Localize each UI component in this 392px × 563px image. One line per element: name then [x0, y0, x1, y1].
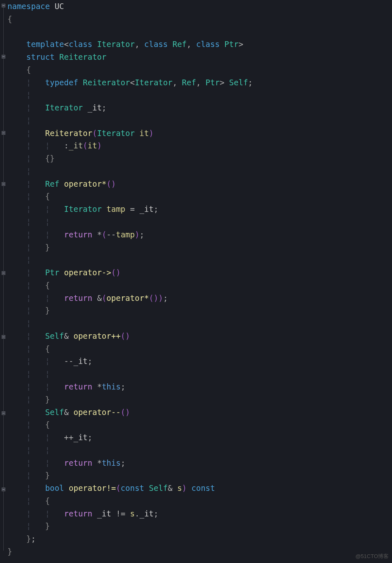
constructor-name: Reiterator: [45, 129, 92, 138]
type-iterator: Iterator: [64, 204, 102, 213]
fold-icon[interactable]: [2, 131, 5, 135]
member-it: _it: [139, 509, 153, 518]
paren-close: ): [116, 268, 120, 277]
type-iterator: Iterator: [135, 78, 173, 87]
brace-close: }: [45, 521, 50, 530]
brace-close: }: [45, 395, 50, 404]
var-s: s: [130, 509, 135, 518]
keyword-class: class: [69, 40, 92, 49]
comma: ,: [135, 40, 139, 49]
keyword-struct: struct: [26, 52, 55, 61]
var-it: _it: [73, 357, 87, 366]
var-it: _it: [73, 433, 87, 442]
code-editor: namespace UC { template<class Iterator, …: [0, 0, 392, 563]
operator-arrow: operator->: [64, 268, 111, 277]
comma: ,: [172, 78, 177, 87]
semicolon: ;: [154, 204, 158, 213]
dot: .: [135, 509, 139, 518]
ampersand: &: [97, 293, 101, 303]
brace-close: }: [45, 471, 50, 480]
type-self: Self: [229, 78, 248, 87]
fold-icon[interactable]: [2, 271, 5, 275]
paren-close: ): [149, 129, 153, 138]
paren-open: (: [102, 230, 106, 239]
semicolon: ;: [163, 293, 168, 303]
keyword-this: this: [102, 382, 121, 391]
code-content[interactable]: namespace UC { template<class Iterator, …: [7, 0, 392, 563]
keyword-typedef: typedef: [45, 78, 78, 87]
return-type-self: Self: [45, 408, 64, 417]
semicolon: ;: [102, 103, 106, 112]
fold-icon[interactable]: [2, 411, 5, 415]
return-type-ptr: Ptr: [45, 268, 59, 277]
return-type-ref: Ref: [45, 179, 59, 188]
paren-close: ): [154, 293, 158, 303]
fold-icon[interactable]: [2, 335, 5, 339]
type-reiterator: Reiterator: [83, 78, 130, 87]
star: *: [97, 458, 101, 467]
fold-icon[interactable]: [2, 182, 5, 186]
paren-open: (: [121, 408, 125, 417]
paren-close: ): [135, 230, 139, 239]
angle-close: >: [239, 40, 243, 49]
brace-open: {: [45, 192, 50, 201]
ampersand: &: [64, 408, 68, 417]
semicolon: ;: [121, 382, 125, 391]
semicolon: ;: [139, 230, 144, 239]
var-tamp: tamp: [116, 230, 135, 239]
operator-star-call: operator*: [106, 293, 149, 303]
fold-gutter: [0, 0, 7, 563]
semicolon: ;: [88, 433, 92, 442]
brace-close: }: [7, 547, 12, 556]
keyword-return: return: [64, 458, 92, 467]
member-it: _it: [88, 103, 102, 112]
angle-open: <: [64, 40, 68, 49]
brace-close: }: [26, 534, 31, 543]
type-iterator: Iterator: [45, 103, 83, 112]
keyword-return: return: [64, 382, 92, 391]
star: *: [97, 382, 101, 391]
paren-close: ): [158, 293, 163, 303]
not-equal-op: !=: [116, 509, 125, 518]
fold-icon[interactable]: [2, 488, 5, 491]
return-type-bool: bool: [45, 483, 64, 493]
fold-icon[interactable]: [2, 4, 5, 7]
type-iterator: Iterator: [97, 129, 135, 138]
init-member: _it: [69, 141, 83, 150]
keyword-class: class: [196, 40, 220, 49]
brace-open: {: [45, 281, 50, 290]
brace-open: {: [45, 496, 50, 505]
var-it: _it: [139, 204, 153, 213]
var-tamp: tamp: [106, 204, 125, 213]
paren-open: (: [121, 331, 125, 340]
type-ref: Ref: [182, 78, 196, 87]
brace-close: }: [45, 243, 50, 252]
brace-open: {: [45, 154, 50, 163]
type-ptr: Ptr: [206, 78, 220, 87]
struct-name: Reiterator: [59, 52, 106, 61]
operator-star: operator*: [64, 179, 106, 188]
return-type-self: Self: [45, 331, 64, 340]
paren-close: ): [125, 331, 130, 340]
keyword-return: return: [64, 509, 92, 518]
keyword-namespace: namespace: [7, 2, 50, 11]
keyword-template: template: [26, 40, 64, 49]
brace-open: {: [45, 344, 50, 353]
operator-not-equal: operator!=: [69, 483, 116, 493]
keyword-this: this: [102, 458, 121, 467]
keyword-return: return: [64, 293, 92, 303]
brace-open: {: [26, 65, 31, 74]
equals: =: [130, 204, 135, 213]
paren-close: ): [97, 141, 101, 150]
semicolon: ;: [88, 357, 92, 366]
var-it: _it: [97, 509, 111, 518]
paren-close: ): [125, 408, 130, 417]
paren-close: ): [111, 179, 116, 188]
paren-open: (: [149, 293, 153, 303]
paren-close: ): [182, 483, 186, 493]
param-s: s: [177, 483, 182, 493]
type-ref: Ref: [172, 40, 186, 49]
param-it: it: [139, 129, 149, 138]
fold-icon[interactable]: [2, 55, 5, 59]
keyword-return: return: [64, 230, 92, 239]
